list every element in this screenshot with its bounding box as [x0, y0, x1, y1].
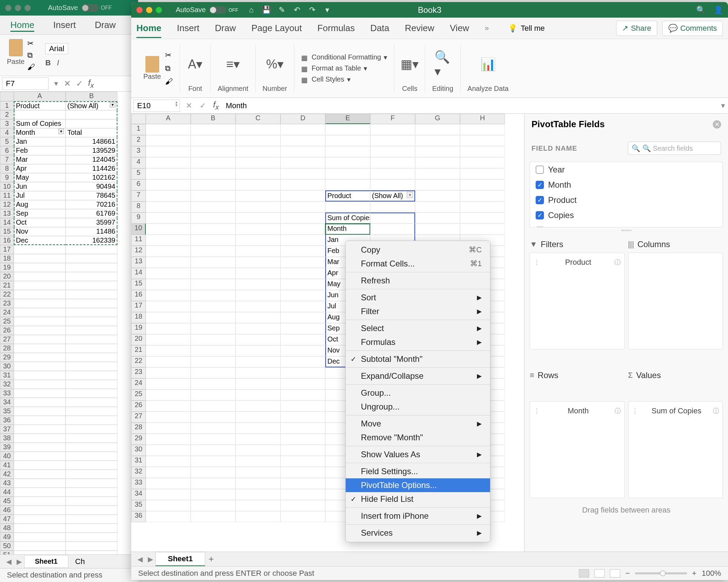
- cell-D9[interactable]: [280, 213, 325, 224]
- cell-A14[interactable]: [146, 268, 191, 279]
- cell-A26[interactable]: [146, 401, 191, 412]
- bg-cell[interactable]: 90494: [66, 182, 117, 191]
- checkbox[interactable]: [536, 166, 544, 174]
- col-C[interactable]: C: [236, 114, 280, 124]
- cell-G9[interactable]: [415, 213, 460, 224]
- prev-sheet-button[interactable]: ◀: [135, 555, 145, 563]
- cell-D22[interactable]: [280, 356, 325, 367]
- cell-C14[interactable]: [236, 268, 280, 279]
- bg-cell[interactable]: Jun: [14, 182, 66, 191]
- ctx-copy[interactable]: Copy⌘C: [346, 243, 490, 257]
- bg-cell[interactable]: Nov: [14, 227, 66, 236]
- cell-D28[interactable]: [280, 423, 325, 434]
- cell-B19[interactable]: [191, 323, 236, 334]
- cell-B14[interactable]: [191, 268, 236, 279]
- cell-A22[interactable]: [146, 356, 191, 367]
- bg-cell[interactable]: 11486: [66, 227, 117, 236]
- cell-G10[interactable]: [415, 224, 460, 235]
- cell-D18[interactable]: [280, 312, 325, 323]
- cell-A16[interactable]: [146, 290, 191, 301]
- cell-H1[interactable]: [460, 124, 505, 135]
- row-35[interactable]: 35: [131, 500, 146, 511]
- ctx-group[interactable]: Group...: [346, 386, 490, 400]
- filters-drop-area[interactable]: Productⓘ: [530, 253, 625, 349]
- sheet-tab-sheet1[interactable]: Sheet1: [155, 552, 205, 566]
- row-18[interactable]: 18: [131, 312, 146, 323]
- bg-cell[interactable]: May: [14, 173, 66, 182]
- bg-tab-draw[interactable]: Draw: [95, 20, 116, 30]
- ctx-format-cells[interactable]: Format Cells...⌘1: [346, 257, 490, 271]
- cell-G1[interactable]: [415, 124, 460, 135]
- cell-H9[interactable]: [460, 213, 505, 224]
- col-D[interactable]: D: [280, 114, 325, 124]
- cell-C1[interactable]: [236, 124, 280, 135]
- row-9[interactable]: 9: [131, 213, 146, 224]
- cell-A10[interactable]: [146, 224, 191, 235]
- cell-B9[interactable]: [191, 213, 236, 224]
- save-icon[interactable]: 💾: [262, 6, 271, 15]
- cell-H8[interactable]: [460, 201, 505, 213]
- bg-font-name-input[interactable]: Arial: [45, 43, 68, 54]
- bg-cell-B4[interactable]: Total: [66, 128, 117, 137]
- bg-cell[interactable]: Aug: [14, 200, 66, 209]
- bg-autosave-toggle[interactable]: [82, 4, 99, 12]
- cell-A27[interactable]: [146, 412, 191, 423]
- field-product[interactable]: ✓Product: [534, 193, 719, 208]
- row-10[interactable]: 10: [131, 224, 146, 235]
- bg-cell[interactable]: 78645: [66, 191, 117, 200]
- row-33[interactable]: 33: [131, 478, 146, 489]
- cell-H10[interactable]: [460, 224, 505, 235]
- bg-select-all[interactable]: [0, 92, 14, 101]
- bg-next-sheet[interactable]: ▶: [14, 557, 24, 566]
- cell-C19[interactable]: [236, 323, 280, 334]
- enter-formula-icon[interactable]: ✓: [196, 101, 210, 110]
- paste-button-label[interactable]: Paste: [143, 73, 161, 81]
- tab-page-layout[interactable]: Page Layout: [251, 23, 302, 34]
- fx-icon[interactable]: fx: [213, 100, 219, 111]
- cell-C2[interactable]: [236, 135, 280, 146]
- bg-cell[interactable]: Feb: [14, 146, 66, 155]
- cell-C33[interactable]: [236, 478, 280, 489]
- page-break-view-button[interactable]: [610, 569, 620, 578]
- cell-D10[interactable]: [280, 224, 325, 235]
- tab-data[interactable]: Data: [370, 23, 389, 34]
- row-19[interactable]: 19: [131, 323, 146, 334]
- cell-C22[interactable]: [236, 356, 280, 367]
- cell-B32[interactable]: [191, 467, 236, 478]
- cell-D4[interactable]: [280, 157, 325, 168]
- bg-col-B[interactable]: B: [66, 92, 117, 101]
- value-item-sum-copies[interactable]: Sum of Copiesⓘ: [632, 405, 719, 417]
- cell-C35[interactable]: [236, 500, 280, 511]
- row-22[interactable]: 22: [131, 356, 146, 367]
- copy-icon[interactable]: ⧉: [27, 51, 35, 60]
- next-sheet-button[interactable]: ▶: [145, 555, 155, 563]
- row-20[interactable]: 20: [131, 334, 146, 345]
- cell-A23[interactable]: [146, 367, 191, 378]
- cell-A17[interactable]: [146, 301, 191, 312]
- col-A[interactable]: A: [146, 114, 191, 124]
- bg-cell[interactable]: Mar: [14, 155, 66, 164]
- bg-tab-home[interactable]: Home: [10, 20, 34, 30]
- bg-cell[interactable]: 114426: [66, 164, 117, 173]
- cell-A1[interactable]: [146, 124, 191, 135]
- row-32[interactable]: 32: [131, 467, 146, 478]
- cell-styles-button[interactable]: ▦Cell Styles ▾: [301, 75, 387, 84]
- cell-G4[interactable]: [415, 157, 460, 168]
- cell-D5[interactable]: [280, 168, 325, 179]
- row-11[interactable]: 11: [131, 235, 146, 246]
- checkbox[interactable]: ✓: [536, 211, 544, 219]
- cell-B27[interactable]: [191, 412, 236, 423]
- panel-resize-handle[interactable]: ═══: [525, 227, 728, 234]
- ctx-sort[interactable]: Sort▶: [346, 291, 490, 304]
- ctx-expand-collapse[interactable]: Expand/Collapse▶: [346, 369, 490, 383]
- bg-cell[interactable]: 139529: [66, 146, 117, 155]
- bg-cell[interactable]: 61769: [66, 209, 117, 218]
- cell-B30[interactable]: [191, 445, 236, 456]
- zoom-slider[interactable]: [635, 572, 687, 574]
- cell-A35[interactable]: [146, 500, 191, 511]
- cell-D26[interactable]: [280, 401, 325, 412]
- field-income[interactable]: Income: [534, 223, 719, 227]
- bg-spreadsheet-grid[interactable]: A B 1Product(Show All)▾ 2 3Sum of Copies…: [0, 92, 138, 560]
- cell-F2[interactable]: [370, 135, 415, 146]
- cell-C18[interactable]: [236, 312, 280, 323]
